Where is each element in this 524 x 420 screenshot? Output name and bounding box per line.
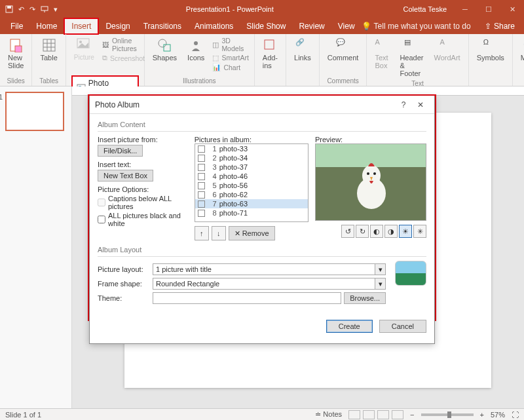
dialog-title: Photo Album <box>95 100 140 109</box>
links-button[interactable]: 🔗Links <box>291 37 314 63</box>
bw-checkbox[interactable]: ALL pictures black and white <box>98 212 188 227</box>
row-checkbox[interactable] <box>198 145 205 153</box>
picture-list-row[interactable]: 3photo-37 <box>195 162 308 172</box>
picture-list-row[interactable]: 4photo-46 <box>195 172 308 181</box>
picture-list-row[interactable]: 8photo-71 <box>195 208 308 218</box>
row-checkbox[interactable] <box>198 182 205 189</box>
save-icon[interactable] <box>5 5 13 13</box>
minimize-icon[interactable]: ─ <box>453 0 477 18</box>
qat-more-icon[interactable]: ▾ <box>54 5 58 14</box>
picture-list-row[interactable]: 2photo-34 <box>195 153 308 162</box>
close-icon[interactable]: ✕ <box>500 0 524 18</box>
row-checkbox[interactable] <box>198 155 205 162</box>
theme-input[interactable] <box>153 292 341 304</box>
preview-label: Preview: <box>315 136 426 143</box>
row-number: 3 <box>208 163 217 171</box>
row-checkbox[interactable] <box>198 164 205 171</box>
share-button[interactable]: ⇪Share <box>479 22 520 31</box>
wordart-button[interactable]: AWordArt <box>432 37 463 63</box>
online-pictures-button[interactable]: 🖼Online Pictures <box>102 37 145 52</box>
contrast-up-button[interactable]: ◐ <box>370 225 383 238</box>
normal-view-button[interactable] <box>348 410 360 419</box>
tab-animations[interactable]: Animations <box>188 19 240 33</box>
startshow-icon[interactable] <box>41 5 48 13</box>
screenshot-button[interactable]: ⧉Screenshot <box>102 54 145 62</box>
chart-button[interactable]: 📊Chart <box>212 63 248 71</box>
dialog-titlebar: Photo Album ? ✕ <box>90 96 434 114</box>
fit-to-window-button[interactable]: ⛶ <box>512 411 519 419</box>
captions-checkbox[interactable]: Captions below ALL pictures <box>98 195 188 210</box>
zoom-in-button[interactable]: + <box>480 411 484 419</box>
pictures-listbox[interactable]: 1photo-332photo-343photo-374photo-465pho… <box>195 143 309 222</box>
pictures-button[interactable]: Picture <box>71 37 97 62</box>
dialog-close-button[interactable]: ✕ <box>412 96 429 113</box>
move-down-button[interactable]: ↓ <box>212 226 226 240</box>
addins-button[interactable]: Add-ins <box>260 37 280 71</box>
row-filename: photo-62 <box>219 191 248 199</box>
slide-thumbnail[interactable]: 1 <box>5 92 64 131</box>
help-button[interactable]: ? <box>395 96 412 113</box>
row-checkbox[interactable] <box>198 210 205 217</box>
remove-button[interactable]: ✕ Remove <box>229 226 275 240</box>
user-name[interactable]: Coletta Teske <box>397 5 453 13</box>
slideshow-view-button[interactable] <box>392 410 403 419</box>
row-checkbox[interactable] <box>198 200 205 208</box>
symbols-button[interactable]: ΩSymbols <box>474 37 507 63</box>
media-button[interactable]: 🔊Media <box>518 37 524 63</box>
comment-button[interactable]: 💬Comment <box>325 37 362 63</box>
brightness-down-button[interactable]: ✳ <box>413 225 426 238</box>
new-text-box-button[interactable]: New Text Box <box>98 170 153 181</box>
cancel-button[interactable]: Cancel <box>379 320 426 333</box>
table-button[interactable]: Table <box>37 37 60 63</box>
contrast-down-button[interactable]: ◑ <box>384 225 398 238</box>
picture-list-row[interactable]: 5photo-56 <box>195 181 308 190</box>
tab-review[interactable]: Review <box>292 19 331 33</box>
smartart-button[interactable]: ⬚SmartArt <box>212 54 248 62</box>
move-up-button[interactable]: ↑ <box>195 226 209 240</box>
textbox-icon: A <box>375 38 389 52</box>
header-footer-button[interactable]: ▤Header & Footer <box>397 37 426 79</box>
wordart-icon: A <box>440 38 455 52</box>
tab-file[interactable]: File <box>4 19 29 33</box>
redo-icon[interactable]: ↷ <box>29 5 35 14</box>
undo-icon[interactable]: ↶ <box>18 5 24 14</box>
brightness-up-button[interactable]: ☀ <box>399 225 412 238</box>
picture-list-row[interactable]: 6photo-62 <box>195 190 308 199</box>
row-number: 7 <box>208 200 217 208</box>
file-disk-button[interactable]: File/Disk... <box>98 145 143 157</box>
shapes-button[interactable]: Shapes <box>150 37 179 63</box>
rotate-left-button[interactable]: ↺ <box>341 225 354 238</box>
row-checkbox[interactable] <box>198 191 205 199</box>
zoom-out-button[interactable]: − <box>410 411 414 419</box>
sorter-view-button[interactable] <box>363 410 375 419</box>
maximize-icon[interactable]: ☐ <box>477 0 500 18</box>
icons-label: Icons <box>187 54 204 62</box>
tab-slideshow[interactable]: Slide Show <box>240 19 292 33</box>
tab-insert[interactable]: Insert <box>64 18 99 35</box>
new-slide-button[interactable]: New Slide <box>5 37 26 71</box>
row-filename: photo-34 <box>219 154 248 162</box>
textbox-button[interactable]: AText Box <box>372 37 392 71</box>
picture-layout-combo[interactable]: 1 picture with title▾ <box>153 263 386 275</box>
tab-transitions[interactable]: Transitions <box>137 19 188 33</box>
create-button[interactable]: Create <box>326 320 373 333</box>
header-footer-icon: ▤ <box>404 38 419 52</box>
tab-view[interactable]: View <box>331 19 362 33</box>
row-checkbox[interactable] <box>198 173 205 180</box>
3d-models-button[interactable]: ◫3D Models <box>212 37 248 52</box>
tab-design[interactable]: Design <box>99 19 136 33</box>
picture-list-row[interactable]: 1photo-33 <box>195 144 308 153</box>
tab-home[interactable]: Home <box>29 19 64 33</box>
reading-view-button[interactable] <box>377 410 389 419</box>
picture-list-row[interactable]: 7photo-63 <box>195 199 308 208</box>
notes-button[interactable]: ≐ Notes <box>315 410 342 419</box>
icons-button[interactable]: Icons <box>185 37 207 63</box>
zoom-slider[interactable] <box>421 413 474 416</box>
row-number: 4 <box>208 172 217 180</box>
rotate-right-button[interactable]: ↻ <box>356 225 369 238</box>
browse-button[interactable]: Browse... <box>344 292 386 304</box>
frame-shape-combo[interactable]: Rounded Rectangle▾ <box>153 278 386 290</box>
share-label: Share <box>494 22 515 31</box>
tell-me[interactable]: 💡Tell me what you want to do <box>362 22 471 31</box>
group-tables-label: Tables <box>39 77 58 85</box>
